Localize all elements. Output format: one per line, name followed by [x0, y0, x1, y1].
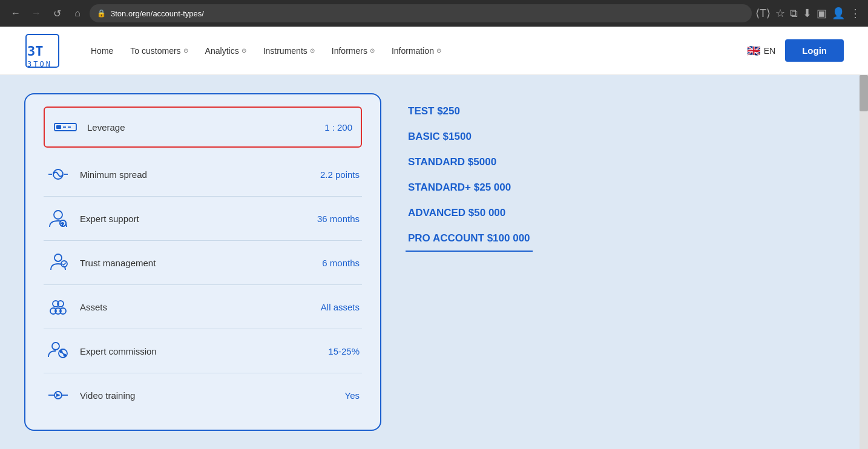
account-type-pro[interactable]: PRO ACCOUNT $100 000	[406, 226, 533, 252]
spread-label: Minimum spread	[80, 169, 311, 180]
video-label: Video training	[80, 390, 335, 401]
information-chevron-icon: ⊙	[436, 47, 441, 54]
assets-row: Assets All assets	[44, 285, 362, 329]
nav-links: Home To customers ⊙ Analytics ⊙ Instrume…	[91, 46, 747, 56]
nav-instruments[interactable]: Instruments ⊙	[263, 46, 315, 56]
informers-chevron-icon: ⊙	[370, 47, 375, 54]
commission-label: Expert commission	[80, 346, 318, 356]
assets-value: All assets	[321, 302, 360, 312]
security-icon: 🔒	[97, 9, 106, 18]
commission-value: 15-25%	[328, 346, 360, 356]
address-bar[interactable]: 🔒 3ton.org/en/account-types/	[90, 4, 752, 22]
account-type-standard-plus[interactable]: STANDARD+ $25 000	[406, 175, 844, 200]
account-type-test[interactable]: TEST $250	[406, 99, 844, 123]
leverage-label: Leverage	[87, 122, 315, 133]
video-training-row: Video training Yes	[44, 373, 362, 417]
forward-button[interactable]: →	[28, 5, 45, 22]
menu-icon[interactable]: ⋮	[850, 7, 861, 20]
bookmark-icon[interactable]: ☆	[775, 7, 785, 20]
expert-support-row: ? Expert support 36 months	[44, 197, 362, 241]
account-card: Leverage 1 : 200 Minimum spread 2.2 poin…	[24, 93, 381, 431]
svg-point-14	[54, 254, 62, 261]
account-type-standard[interactable]: STANDARD $5000	[406, 150, 844, 174]
main-content: Leverage 1 : 200 Minimum spread 2.2 poin…	[0, 75, 868, 449]
spread-icon	[46, 162, 70, 186]
account-types-sidebar: TEST $250 BASIC $1500 STANDARD $5000 STA…	[406, 93, 844, 431]
instruments-chevron-icon: ⊙	[310, 47, 315, 54]
leverage-row: Leverage 1 : 200	[44, 107, 362, 148]
nav-analytics[interactable]: Analytics ⊙	[205, 46, 246, 56]
extensions-icon[interactable]: ⧉	[790, 7, 798, 20]
nav-informers[interactable]: Informers ⊙	[332, 46, 375, 56]
navbar: 3T 3TON Home To customers ⊙ Analytics ⊙ …	[0, 27, 868, 75]
svg-point-10	[54, 211, 62, 219]
expert-commission-row: Expert commission 15-25%	[44, 329, 362, 373]
download-icon[interactable]: ⬇	[803, 7, 812, 20]
video-icon	[46, 383, 70, 407]
svg-point-24	[61, 351, 62, 353]
analytics-chevron-icon: ⊙	[242, 47, 246, 54]
home-button[interactable]: ⌂	[69, 5, 86, 22]
lang-label: EN	[764, 46, 775, 56]
svg-point-21	[52, 342, 59, 350]
support-icon: ?	[46, 206, 70, 231]
flag-icon: 🇬🇧	[747, 44, 760, 57]
account-type-basic[interactable]: BASIC $1500	[406, 125, 844, 149]
commission-icon	[46, 339, 70, 363]
translate-icon[interactable]: ⟨T⟩	[755, 7, 771, 20]
leverage-value: 1 : 200	[324, 122, 352, 133]
support-value: 36 months	[317, 214, 360, 224]
nav-home[interactable]: Home	[91, 46, 113, 56]
svg-text:3T: 3T	[27, 44, 44, 59]
trust-value: 6 months	[322, 258, 360, 268]
trust-label: Trust management	[80, 258, 312, 268]
svg-rect-4	[56, 125, 61, 129]
nav-information[interactable]: Information ⊙	[392, 46, 441, 56]
min-spread-row: Minimum spread 2.2 points	[44, 152, 362, 197]
trust-mgmt-row: Trust management 6 months	[44, 241, 362, 285]
logo[interactable]: 3T 3TON	[24, 33, 61, 69]
svg-marker-29	[56, 393, 61, 397]
leverage-icon	[53, 115, 77, 139]
spread-value: 2.2 points	[320, 169, 360, 180]
assets-label: Assets	[80, 302, 311, 312]
svg-text:3TON: 3TON	[27, 60, 52, 68]
support-label: Expert support	[80, 214, 307, 224]
chevron-down-icon: ⊙	[183, 47, 188, 54]
scrollbar-thumb[interactable]	[860, 75, 868, 111]
svg-text:?: ?	[61, 221, 64, 227]
svg-point-25	[64, 355, 66, 356]
nav-right: 🇬🇧 EN Login	[747, 39, 844, 62]
profile-icon[interactable]: 👤	[832, 7, 845, 20]
refresh-button[interactable]: ↺	[48, 5, 65, 22]
account-type-advanced[interactable]: ADVANCED $50 000	[406, 201, 844, 225]
browser-chrome: ← → ↺ ⌂ 🔒 3ton.org/en/account-types/ ⟨T⟩…	[0, 0, 868, 27]
trust-icon	[46, 251, 70, 275]
scrollbar-track	[860, 75, 868, 449]
nav-to-customers[interactable]: To customers ⊙	[130, 46, 188, 56]
assets-icon	[46, 295, 70, 319]
video-value: Yes	[345, 390, 360, 401]
back-button[interactable]: ←	[7, 5, 24, 22]
browser-actions: ⟨T⟩ ☆ ⧉ ⬇ ▣ 👤 ⋮	[755, 7, 861, 20]
language-selector[interactable]: 🇬🇧 EN	[747, 44, 775, 57]
login-button[interactable]: Login	[785, 39, 844, 62]
url-text: 3ton.org/en/account-types/	[111, 9, 204, 18]
logo-svg: 3T 3TON	[24, 33, 61, 69]
sidebar-icon[interactable]: ▣	[817, 7, 827, 20]
